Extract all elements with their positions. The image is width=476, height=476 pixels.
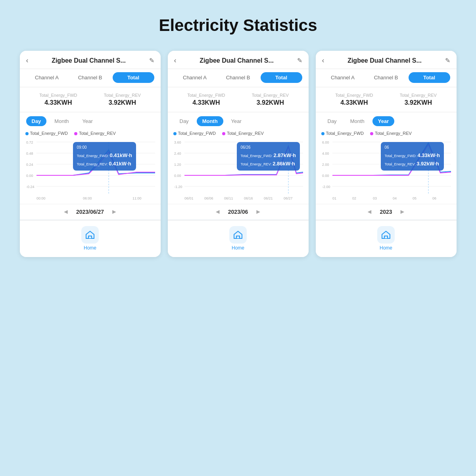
- energy-rev-value-day: 3.92KWH: [104, 99, 141, 106]
- period-year-day[interactable]: Year: [77, 116, 98, 126]
- card-year-title: Zigbee Dual Channel S...: [324, 57, 445, 64]
- date-prev-day[interactable]: ◄: [63, 208, 69, 215]
- date-nav-year: ◄ 2023 ►: [316, 204, 457, 219]
- svg-text:06/21: 06/21: [264, 196, 273, 200]
- svg-text:-0.24: -0.24: [26, 185, 35, 189]
- svg-text:3.60: 3.60: [174, 140, 181, 144]
- card-year-header: ‹ Zigbee Dual Channel S... ✎: [316, 51, 457, 69]
- edit-icon[interactable]: ✎: [149, 57, 154, 64]
- date-next-year[interactable]: ►: [399, 208, 406, 215]
- svg-text:-2.00: -2.00: [322, 185, 330, 189]
- energy-stats-month: Total_Energy_FWD 4.33KWH Total_Energy_RE…: [168, 87, 309, 112]
- date-prev-month[interactable]: ◄: [215, 208, 221, 215]
- energy-fwd-value-day: 4.33KWH: [39, 99, 77, 106]
- svg-text:06/27: 06/27: [284, 196, 293, 200]
- legend-fwd-day: Total_Energy_FWD: [25, 131, 68, 136]
- home-tab-month[interactable]: Home: [168, 220, 309, 257]
- energy-rev-day: Total_Energy_REV 3.92KWH: [104, 93, 141, 106]
- tab-total-day[interactable]: Total: [113, 72, 154, 83]
- tab-channel-b-year[interactable]: Channel B: [365, 72, 407, 83]
- svg-text:0.24: 0.24: [26, 163, 33, 167]
- svg-text:1.20: 1.20: [174, 163, 181, 167]
- card-month-header: ‹ Zigbee Dual Channel S... ✎: [168, 51, 309, 69]
- energy-rev-label-day: Total_Energy_REV: [104, 93, 141, 98]
- home-label-day: Home: [84, 245, 96, 251]
- svg-text:6.00: 6.00: [322, 140, 329, 144]
- tab-channel-a-day[interactable]: Channel A: [26, 72, 68, 83]
- svg-text:0.00: 0.00: [26, 174, 33, 178]
- channel-tab-row-day: Channel A Channel B Total: [20, 69, 161, 87]
- channel-tab-row-year: Channel A Channel B Total: [316, 69, 457, 87]
- home-icon-day: [81, 226, 99, 244]
- period-month-month[interactable]: Month: [197, 116, 223, 126]
- card-year: ‹ Zigbee Dual Channel S... ✎ Channel A C…: [316, 51, 457, 257]
- home-icon-month: [229, 226, 247, 244]
- svg-text:0.00: 0.00: [322, 174, 329, 178]
- svg-text:0.48: 0.48: [26, 152, 33, 155]
- period-day-day[interactable]: Day: [26, 116, 47, 126]
- card-month: ‹ Zigbee Dual Channel S... ✎ Channel A C…: [168, 51, 309, 257]
- energy-fwd-label-year: Total_Energy_FWD: [335, 93, 373, 98]
- chart-area-year: Total_Energy_FWD Total_Energy_REV 6.00 4…: [316, 126, 457, 204]
- svg-text:2.00: 2.00: [322, 163, 329, 167]
- period-month-year[interactable]: Month: [345, 116, 370, 126]
- date-prev-year[interactable]: ◄: [367, 208, 373, 215]
- date-nav-day: ◄ 2023/06/27 ►: [20, 204, 161, 219]
- svg-text:0.72: 0.72: [26, 140, 33, 144]
- chart-area-month: Total_Energy_FWD Total_Energy_REV 3.60 2…: [168, 126, 309, 204]
- tab-total-month[interactable]: Total: [261, 72, 302, 83]
- energy-fwd-day: Total_Energy_FWD 4.33KWH: [39, 93, 77, 106]
- svg-text:03: 03: [373, 196, 377, 200]
- period-day-year[interactable]: Day: [322, 116, 342, 126]
- tab-channel-b-month[interactable]: Channel B: [217, 72, 259, 83]
- legend-year: Total_Energy_FWD Total_Energy_REV: [321, 129, 451, 136]
- svg-text:06/01: 06/01: [184, 196, 194, 200]
- edit-icon-year[interactable]: ✎: [445, 57, 450, 64]
- period-year-year[interactable]: Year: [372, 116, 394, 126]
- energy-fwd-value-month: 4.33KWH: [187, 99, 225, 106]
- channel-tab-row-month: Channel A Channel B Total: [168, 69, 309, 87]
- card-day: ‹ Zigbee Dual Channel S... ✎ Channel A C…: [20, 51, 161, 257]
- tab-channel-a-year[interactable]: Channel A: [322, 72, 364, 83]
- home-tab-year[interactable]: Home: [316, 220, 457, 257]
- energy-fwd-label-day: Total_Energy_FWD: [39, 93, 77, 98]
- chart-month: 3.60 2.40 1.20 0.00 -1.20 06/01: [173, 138, 303, 202]
- svg-text:4.00: 4.00: [322, 152, 329, 155]
- period-row-day: Day Month Year: [20, 112, 161, 126]
- svg-text:-1.20: -1.20: [174, 185, 182, 189]
- home-tab-day[interactable]: Home: [20, 220, 161, 257]
- home-icon-year: [377, 226, 395, 244]
- svg-text:2.40: 2.40: [174, 152, 181, 155]
- svg-text:00:00: 00:00: [36, 196, 46, 200]
- tab-channel-a-month[interactable]: Channel A: [174, 72, 216, 83]
- date-label-day: 2023/06/27: [76, 209, 104, 215]
- date-label-month: 2023/06: [228, 209, 248, 215]
- svg-text:02: 02: [352, 196, 356, 200]
- legend-rev-month: Total_Energy_REV: [222, 131, 264, 136]
- energy-rev-value-year: 3.92KWH: [400, 99, 437, 106]
- edit-icon-month[interactable]: ✎: [297, 57, 302, 64]
- tab-channel-b-day[interactable]: Channel B: [69, 72, 111, 83]
- svg-text:0.00: 0.00: [174, 174, 181, 178]
- svg-text:06: 06: [432, 196, 436, 200]
- date-next-month[interactable]: ►: [255, 208, 261, 215]
- legend-fwd-year: Total_Energy_FWD: [321, 131, 364, 136]
- svg-text:11:00: 11:00: [132, 196, 142, 200]
- chart-day: 0.72 0.48 0.24 0.00 -0.24: [25, 138, 155, 202]
- period-month-day[interactable]: Month: [49, 116, 74, 126]
- legend-month: Total_Energy_FWD Total_Energy_REV: [173, 129, 303, 136]
- period-year-month[interactable]: Year: [226, 116, 247, 126]
- period-day-month[interactable]: Day: [174, 116, 194, 126]
- page-title: Electricity Statistics: [159, 16, 317, 35]
- card-day-title: Zigbee Dual Channel S...: [29, 57, 149, 64]
- home-label-year: Home: [380, 245, 392, 251]
- svg-text:06/16: 06/16: [244, 196, 253, 200]
- date-next-day[interactable]: ►: [111, 208, 117, 215]
- chart-year: 6.00 4.00 2.00 0.00 -2.00 01 0: [321, 138, 451, 202]
- energy-rev-value-month: 3.92KWH: [252, 99, 289, 106]
- period-row-year: Day Month Year: [316, 112, 457, 126]
- energy-rev-label-year: Total_Energy_REV: [400, 93, 437, 98]
- tab-total-year[interactable]: Total: [409, 72, 450, 83]
- energy-stats-year: Total_Energy_FWD 4.33KWH Total_Energy_RE…: [316, 87, 457, 112]
- legend-rev-day: Total_Energy_REV: [74, 131, 116, 136]
